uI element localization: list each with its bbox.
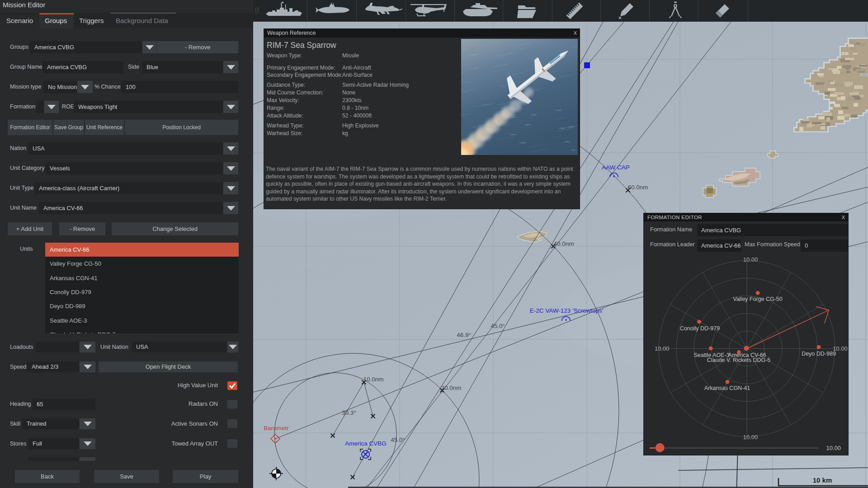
svg-text:45.0°: 45.0° (391, 436, 405, 443)
svg-text:E-2C VAW-123 'Screwtops': E-2C VAW-123 'Screwtops' (530, 307, 603, 314)
svg-text:45.0°: 45.0° (491, 323, 505, 329)
svg-text:America CV-66: America CV-66 (728, 352, 766, 358)
svg-text:10 km: 10 km (813, 476, 832, 484)
svg-text:30.3°: 30.3° (342, 409, 356, 416)
svg-text:Arkansas CGN-41: Arkansas CGN-41 (704, 385, 750, 391)
svg-text:10.00: 10.00 (655, 345, 670, 352)
svg-text:AAW CAP: AAW CAP (602, 164, 630, 171)
svg-text:46.9°: 46.9° (457, 332, 471, 338)
svg-text:Deyo DD-989: Deyo DD-989 (802, 351, 836, 357)
svg-text:America CVBG: America CVBG (345, 440, 387, 447)
svg-text:10.0nm: 10.0nm (363, 376, 383, 383)
svg-text:10.00: 10.00 (743, 256, 758, 263)
svg-text:Valley Forge CG-50: Valley Forge CG-50 (733, 296, 783, 302)
svg-text:Conolly DD-979: Conolly DD-979 (680, 325, 720, 332)
svg-text:20.0nm: 20.0nm (441, 385, 461, 391)
svg-text:40.0nm: 40.0nm (553, 240, 574, 247)
svg-text:60.0nm: 60.0nm (627, 184, 648, 191)
svg-text:10.00: 10.00 (743, 434, 758, 441)
svg-text:10.00: 10.00 (826, 445, 841, 451)
svg-text:Barometr: Barometr (264, 425, 289, 432)
